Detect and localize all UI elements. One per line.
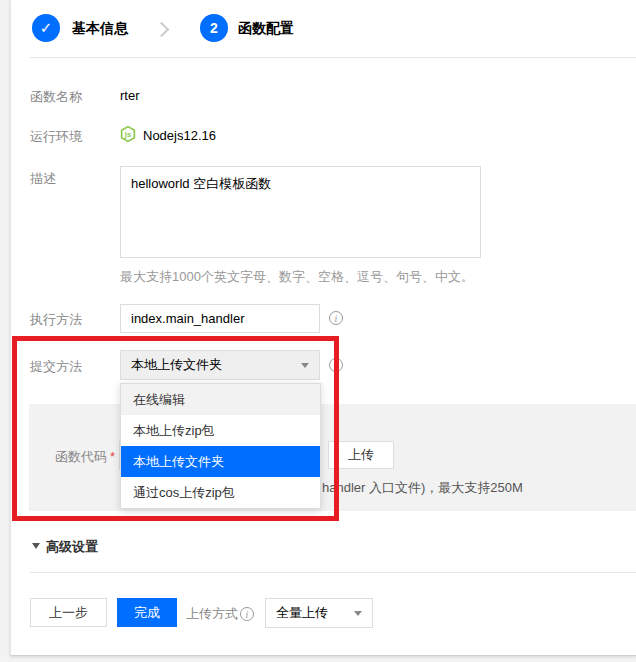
chevron-down-icon xyxy=(301,363,309,368)
submit-method-info-icon[interactable]: i xyxy=(329,358,343,372)
function-code-label: 函数代码* xyxy=(55,448,115,466)
upload-button[interactable]: 上传 xyxy=(328,441,394,469)
header-divider xyxy=(30,57,636,58)
step1-label: 基本信息 xyxy=(72,20,128,38)
step2-label: 函数配置 xyxy=(238,20,294,38)
content-panel xyxy=(10,0,636,656)
description-hint: 最大支持1000个英文字母、数字、空格、逗号、句号、中文。 xyxy=(120,268,474,286)
submit-method-dropdown: 在线编辑 本地上传zip包 本地上传文件夹 通过cos上传zip包 xyxy=(120,383,321,509)
submit-method-label: 提交方法 xyxy=(30,358,82,376)
function-name-value: rter xyxy=(120,88,140,103)
function-name-label: 函数名称 xyxy=(30,88,82,106)
upload-mode-label: 上传方式 xyxy=(186,605,238,623)
dropdown-option-local-zip[interactable]: 本地上传zip包 xyxy=(121,415,320,446)
required-asterisk: * xyxy=(110,449,115,464)
submit-method-value: 本地上传文件夹 xyxy=(131,356,222,374)
dropdown-option-online-edit[interactable]: 在线编辑 xyxy=(121,384,320,415)
chevron-down-icon xyxy=(354,611,362,616)
upload-mode-info-icon[interactable]: i xyxy=(240,607,254,621)
footer-divider xyxy=(30,572,636,573)
handler-label: 执行方法 xyxy=(30,311,82,329)
dropdown-option-cos-zip[interactable]: 通过cos上传zip包 xyxy=(121,477,320,508)
dropdown-option-local-folder[interactable]: 本地上传文件夹 xyxy=(121,446,320,477)
previous-step-button[interactable]: 上一步 xyxy=(30,598,107,627)
upload-note: handler 入口文件)，最大支持250M xyxy=(322,479,523,497)
upload-mode-label-row: 上传方式 i xyxy=(186,605,254,623)
step1-done-circle: ✓ xyxy=(32,14,60,42)
nodejs-icon: js xyxy=(119,125,137,147)
handler-info-icon[interactable]: i xyxy=(329,311,343,325)
check-icon: ✓ xyxy=(40,19,53,37)
done-button[interactable]: 完成 xyxy=(117,598,177,627)
submit-method-select[interactable]: 本地上传文件夹 xyxy=(120,350,320,380)
runtime-label: 运行环境 xyxy=(30,128,82,146)
upload-mode-value: 全量上传 xyxy=(276,604,328,622)
svg-text:js: js xyxy=(124,130,131,139)
runtime-value: Nodejs12.16 xyxy=(143,128,216,143)
handler-input[interactable]: index.main_handler xyxy=(120,304,320,333)
function-config-page: ✓ 基本信息 2 函数配置 函数名称 rter 运行环境 js Nodejs12… xyxy=(0,0,636,662)
step2-circle: 2 xyxy=(200,14,228,42)
description-label: 描述 xyxy=(30,170,56,188)
step2-number: 2 xyxy=(210,20,218,36)
description-textarea[interactable]: helloworld 空白模板函数 xyxy=(120,166,481,258)
advanced-settings-toggle[interactable]: 高级设置 xyxy=(46,538,98,556)
collapse-triangle-icon xyxy=(32,543,40,549)
upload-mode-select[interactable]: 全量上传 xyxy=(265,598,373,628)
